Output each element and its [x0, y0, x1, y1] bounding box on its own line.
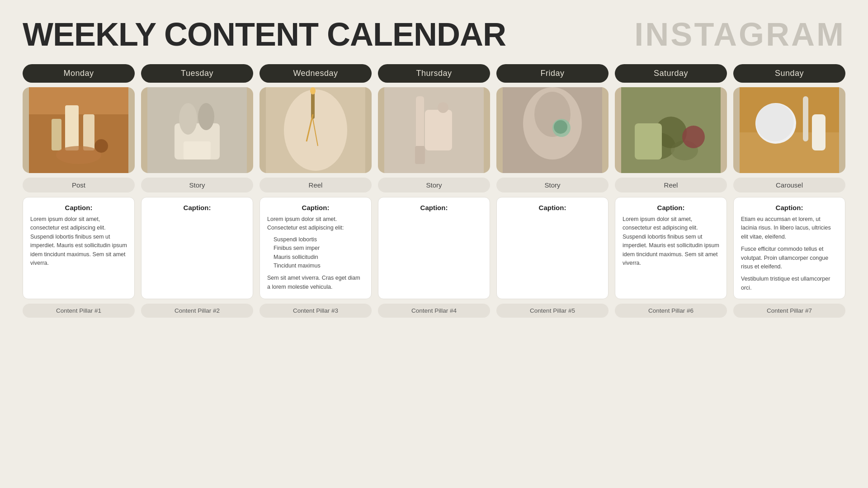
- svg-point-22: [438, 102, 448, 113]
- svg-rect-2: [65, 105, 79, 150]
- caption-label: Caption:: [504, 204, 601, 211]
- content-type-monday: Post: [23, 178, 135, 192]
- pillar-badge-tuesday: Content Pillar #2: [141, 304, 253, 318]
- page-title: WEEKLY CONTENT CALENDAR: [23, 18, 506, 51]
- svg-point-9: [179, 103, 197, 135]
- day-image-friday: [496, 87, 609, 173]
- caption-box-friday: Caption:: [496, 197, 609, 299]
- content-type-sunday: Carousel: [733, 178, 845, 192]
- content-type-wednesday: Reel: [259, 178, 372, 192]
- caption-text: Lorem ipsum dolor sit amet, consectetur …: [623, 215, 719, 267]
- caption-box-monday: Caption:Lorem ipsum dolor sit amet, cons…: [23, 197, 135, 299]
- day-header-sunday: Sunday: [733, 64, 845, 83]
- svg-point-13: [284, 89, 347, 171]
- content-type-friday: Story: [496, 178, 609, 192]
- day-image-saturday: [615, 87, 727, 173]
- caption-text: Etiam eu accumsan et lorem, ut lacinia r…: [741, 215, 838, 292]
- day-image-sunday: [733, 87, 845, 173]
- svg-rect-11: [184, 141, 211, 160]
- day-column-sunday: Sunday CarouselCaption:Etiam eu accumsan…: [733, 64, 845, 318]
- caption-label: Caption:: [386, 204, 482, 211]
- svg-point-6: [94, 139, 108, 153]
- content-type-tuesday: Story: [141, 178, 253, 192]
- pillar-badge-wednesday: Content Pillar #3: [259, 304, 372, 318]
- caption-box-saturday: Caption:Lorem ipsum dolor sit amet, cons…: [615, 197, 727, 299]
- svg-point-15: [310, 87, 316, 94]
- svg-rect-38: [803, 96, 808, 141]
- svg-point-32: [682, 126, 705, 148]
- caption-box-sunday: Caption:Etiam eu accumsan et lorem, ut l…: [733, 197, 845, 299]
- svg-rect-4: [52, 119, 61, 150]
- pillar-badge-saturday: Content Pillar #6: [615, 304, 727, 318]
- day-header-wednesday: Wednesday: [259, 64, 372, 83]
- svg-rect-21: [425, 110, 452, 150]
- caption-label: Caption:: [30, 204, 127, 211]
- caption-text: Lorem ipsum dolor sit amet, consectetur …: [30, 215, 127, 267]
- calendar-grid: Monday PostCaption:Lorem ipsum dolor sit…: [23, 64, 845, 318]
- caption-label: Caption:: [267, 204, 364, 211]
- caption-box-tuesday: Caption:: [141, 197, 253, 299]
- caption-label: Caption:: [623, 204, 719, 211]
- day-column-saturday: Saturday ReelCaption:Lorem ipsum dolor s…: [615, 64, 727, 318]
- brand-title: INSTAGRAM: [634, 18, 845, 51]
- pillar-badge-friday: Content Pillar #5: [496, 304, 609, 318]
- day-image-monday: [23, 87, 135, 173]
- day-image-thursday: [378, 87, 490, 173]
- svg-rect-20: [415, 146, 425, 164]
- content-type-saturday: Reel: [615, 178, 727, 192]
- day-image-tuesday: [141, 87, 253, 173]
- svg-rect-3: [83, 114, 94, 150]
- day-header-monday: Monday: [23, 64, 135, 83]
- day-header-tuesday: Tuesday: [141, 64, 253, 83]
- svg-rect-39: [812, 114, 826, 150]
- caption-box-wednesday: Caption:Lorem ipsum dolor sit amet. Cons…: [259, 197, 372, 299]
- svg-point-27: [554, 120, 567, 134]
- day-image-wednesday: [259, 87, 372, 173]
- svg-rect-19: [416, 96, 424, 150]
- caption-text: Lorem ipsum dolor sit amet. Consectetur …: [267, 215, 364, 291]
- pillar-badge-monday: Content Pillar #1: [23, 304, 135, 318]
- svg-rect-33: [635, 123, 662, 160]
- svg-point-37: [756, 103, 794, 141]
- day-header-friday: Friday: [496, 64, 609, 83]
- svg-point-5: [56, 146, 101, 164]
- caption-label: Caption:: [741, 204, 838, 211]
- day-column-monday: Monday PostCaption:Lorem ipsum dolor sit…: [23, 64, 135, 318]
- content-type-thursday: Story: [378, 178, 490, 192]
- day-column-tuesday: Tuesday StoryCaption:Content Pillar #2: [141, 64, 253, 318]
- day-header-saturday: Saturday: [615, 64, 727, 83]
- pillar-badge-thursday: Content Pillar #4: [378, 304, 490, 318]
- day-header-thursday: Thursday: [378, 64, 490, 83]
- pillar-badge-sunday: Content Pillar #7: [733, 304, 845, 318]
- svg-point-10: [198, 103, 214, 130]
- day-column-thursday: Thursday StoryCaption:Content Pillar #4: [378, 64, 490, 318]
- day-column-friday: Friday StoryCaption:Content Pillar #5: [496, 64, 609, 318]
- caption-box-thursday: Caption:: [378, 197, 490, 299]
- caption-label: Caption:: [149, 204, 245, 211]
- day-column-wednesday: Wednesday ReelCaption:Lorem ipsum dolor …: [259, 64, 372, 318]
